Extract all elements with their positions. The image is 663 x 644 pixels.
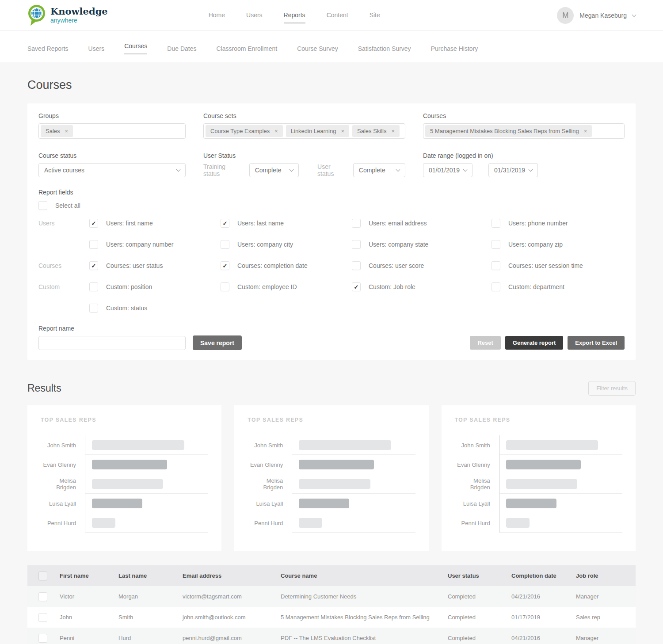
- subnav-item[interactable]: Courses: [124, 39, 147, 54]
- field-label: Users: first name: [106, 220, 153, 227]
- results-table: First name Last name Email address Cours…: [27, 565, 636, 644]
- report-field-option[interactable]: Custom: position: [89, 282, 221, 291]
- courses-input[interactable]: 5 Management Mistakes Blocking Sales Rep…: [423, 123, 625, 139]
- report-name-input[interactable]: [38, 336, 186, 350]
- select-all-rows-checkbox[interactable]: [38, 572, 47, 580]
- report-field-option[interactable]: ✓ Custom: Job role: [352, 282, 492, 291]
- report-fields-row: Users: company number Users: company cit…: [38, 240, 625, 249]
- report-field-option[interactable]: ✓ Users: last name: [221, 219, 352, 228]
- cell-first-name: Victor: [60, 593, 118, 600]
- report-field-option[interactable]: Users: company city: [221, 240, 352, 249]
- subnav-item[interactable]: Purchase History: [431, 42, 478, 52]
- subnav-item[interactable]: Course Survey: [297, 42, 338, 52]
- field-checkbox[interactable]: ✓: [221, 261, 229, 270]
- main-nav-item[interactable]: Users: [246, 7, 263, 23]
- report-field-option[interactable]: Courses: user score: [352, 261, 492, 270]
- field-checkbox[interactable]: [352, 261, 361, 270]
- select-all-checkbox[interactable]: [38, 201, 47, 210]
- row-checkbox[interactable]: [38, 613, 47, 622]
- field-label: Custom: position: [106, 283, 152, 290]
- main-nav-item[interactable]: Home: [209, 7, 225, 23]
- date-to-select[interactable]: 01/31/2019: [488, 163, 538, 177]
- cell-job-role: Manager: [576, 593, 636, 600]
- remove-icon[interactable]: ×: [274, 128, 278, 134]
- subnav-item[interactable]: Due Dates: [167, 42, 196, 52]
- subnav-item[interactable]: Saved Reports: [27, 42, 69, 52]
- report-field-option[interactable]: Courses: user session time: [492, 261, 625, 270]
- reset-button[interactable]: Reset: [470, 336, 500, 350]
- date-from-value: 01/01/2019: [429, 167, 460, 174]
- field-checkbox[interactable]: [221, 240, 229, 249]
- save-report-button[interactable]: Save report: [193, 335, 242, 350]
- chevron-down-icon: [463, 168, 468, 172]
- report-field-option[interactable]: Users: phone number: [492, 219, 625, 228]
- report-field-option[interactable]: ✓ Courses: completion date: [221, 261, 352, 270]
- col-header-email: Email address: [183, 572, 281, 579]
- report-field-option[interactable]: Users: company zip: [492, 240, 625, 249]
- row-checkbox[interactable]: [38, 592, 47, 601]
- report-field-option[interactable]: Users: email address: [352, 219, 492, 228]
- remove-icon[interactable]: ×: [341, 128, 344, 134]
- main-nav-item[interactable]: Reports: [284, 7, 305, 23]
- field-checkbox[interactable]: [89, 240, 98, 249]
- training-status-select[interactable]: Complete: [249, 163, 299, 177]
- report-field-option[interactable]: ✓ Users: first name: [89, 219, 221, 228]
- field-checkbox[interactable]: ✓: [352, 282, 361, 291]
- main-nav-item[interactable]: Content: [327, 7, 348, 23]
- field-checkbox[interactable]: [352, 219, 361, 228]
- report-field-option[interactable]: Custom: employee ID: [221, 282, 352, 291]
- row-checkbox[interactable]: [38, 634, 47, 643]
- cell-email: john.smith@outlook.com: [183, 614, 281, 621]
- subnav-item[interactable]: Classroom Enrollment: [216, 42, 277, 52]
- export-to-excel-button[interactable]: Export to Excel: [568, 336, 625, 350]
- chart-title: TOP SALES REPS: [41, 417, 208, 423]
- field-checkbox[interactable]: [492, 282, 500, 291]
- avatar[interactable]: M: [557, 7, 574, 24]
- remove-icon[interactable]: ×: [391, 128, 395, 134]
- chart-bar: [299, 518, 322, 528]
- remove-icon[interactable]: ×: [65, 128, 69, 134]
- chevron-down-icon: [176, 168, 181, 172]
- field-checkbox[interactable]: [492, 240, 500, 249]
- col-header-first-name: First name: [60, 572, 118, 579]
- report-field-option[interactable]: Users: company state: [352, 240, 492, 249]
- field-checkbox[interactable]: [492, 219, 500, 228]
- report-field-option[interactable]: Users: company number: [89, 240, 221, 249]
- field-checkbox[interactable]: ✓: [221, 219, 229, 228]
- cell-completion-date: 04/21/2016: [511, 593, 576, 600]
- filter-results-button[interactable]: Filter results: [588, 381, 636, 396]
- user-menu[interactable]: M Megan Kaseburg: [557, 7, 636, 24]
- subnav-item[interactable]: Users: [88, 42, 105, 52]
- groups-input[interactable]: Sales ×: [38, 123, 186, 139]
- report-field-option[interactable]: ✓ Courses: user status: [89, 261, 221, 270]
- chart-bar: [299, 499, 349, 508]
- field-checkbox[interactable]: ✓: [89, 261, 98, 270]
- field-checkbox[interactable]: [221, 282, 229, 291]
- table-header-row: First name Last name Email address Cours…: [27, 565, 636, 586]
- subnav-item[interactable]: Satisfaction Survey: [358, 42, 411, 52]
- report-field-option[interactable]: Custom: department: [492, 282, 625, 291]
- field-checkbox[interactable]: [352, 240, 361, 249]
- col-header-user-status: User status: [448, 572, 511, 579]
- remove-icon[interactable]: ×: [584, 128, 587, 134]
- top-sales-reps-chart-card: TOP SALES REPS John Smith Evan Glenny: [442, 405, 636, 551]
- field-checkbox[interactable]: [89, 282, 98, 291]
- knowledge-anywhere-logo[interactable]: Knowledge anywhere: [27, 4, 108, 27]
- report-field-option[interactable]: Custom: status: [89, 304, 221, 312]
- chart-category-label: Evan Glenny: [248, 461, 292, 468]
- chart-bar: [506, 499, 556, 508]
- field-checkbox[interactable]: ✓: [89, 219, 98, 228]
- user-status-select[interactable]: Complete: [353, 163, 405, 177]
- chart-category-label: John Smith: [41, 442, 85, 449]
- cell-email: victorm@tagsmart.com: [183, 593, 281, 600]
- main-nav-item[interactable]: Site: [370, 7, 380, 23]
- course-sets-input[interactable]: Course Type Examples × Linkedin Learning…: [203, 123, 405, 139]
- field-label: Custom: department: [508, 283, 564, 290]
- field-checkbox[interactable]: [89, 304, 98, 312]
- field-checkbox[interactable]: [492, 261, 500, 270]
- chart-bar-row: Luisa Lyall: [248, 494, 415, 513]
- course-status-select[interactable]: Active courses: [38, 163, 186, 177]
- generate-report-button[interactable]: Generate report: [505, 336, 564, 350]
- date-from-select[interactable]: 01/01/2019: [423, 163, 472, 177]
- chart-bar-row: Evan Glenny: [455, 455, 622, 474]
